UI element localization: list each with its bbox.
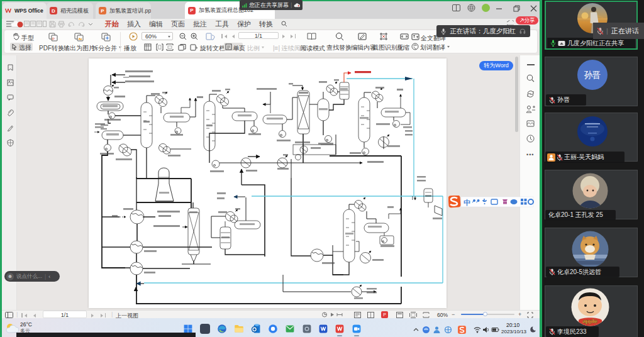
svg-text:apple: apple [582,318,597,324]
svg-text:中: 中 [464,199,470,206]
svg-text:孙晋: 孙晋 [584,70,601,80]
svg-text:P: P [52,37,55,41]
